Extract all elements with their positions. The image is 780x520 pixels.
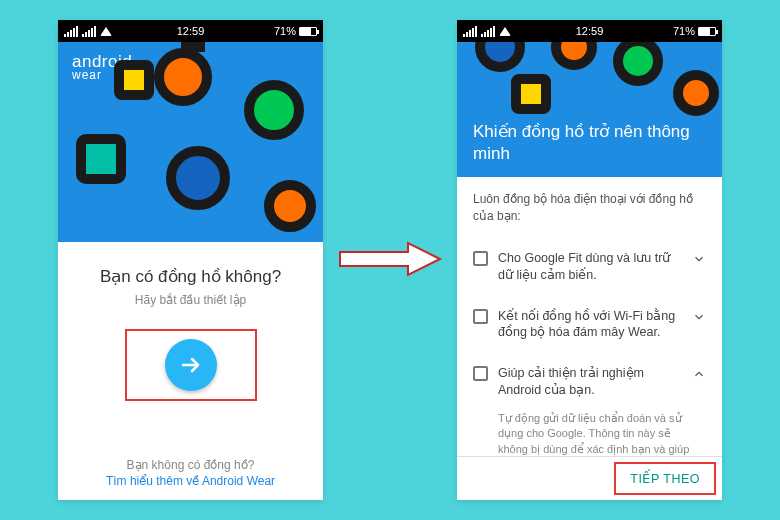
footer-links: Bạn không có đồng hồ? Tìm hiểu thêm về A… [58, 458, 323, 488]
signal-icon [82, 26, 96, 37]
clock: 12:59 [576, 25, 604, 37]
chevron-up-icon[interactable] [692, 367, 706, 384]
watch-illustration [76, 134, 126, 184]
checkbox[interactable] [473, 309, 488, 324]
chevron-down-icon[interactable] [692, 252, 706, 269]
watch-illustration [551, 42, 597, 70]
no-watch-text: Bạn không có đồng hồ? [58, 458, 323, 472]
watch-illustration [114, 60, 154, 100]
flow-arrow-icon [336, 238, 446, 280]
learn-more-link[interactable]: Tìm hiểu thêm về Android Wear [58, 474, 323, 488]
hero-banner: androidwear [58, 42, 323, 242]
welcome-body: Bạn có đồng hồ không? Hãy bắt đầu thiết … [58, 242, 323, 401]
phone-screen-welcome: 12:59 71% androidwear Bạn có đồng hồ khô… [58, 20, 323, 500]
option-label: Kết nối đồng hồ với Wi-Fi bằng đồng bộ h… [498, 308, 682, 342]
status-bar: 12:59 71% [457, 20, 722, 42]
arrow-right-icon [179, 353, 203, 377]
highlight-box [125, 329, 257, 401]
options-body: Luôn đồng bộ hóa điện thoại với đồng hồ … [457, 177, 722, 457]
signal-icon [64, 26, 78, 37]
option-label: Giúp cải thiện trải nghiệm Android của b… [498, 365, 682, 399]
option-row-fit[interactable]: Cho Google Fit dùng và lưu trữ dữ liệu c… [473, 238, 706, 296]
watch-illustration [166, 146, 230, 210]
hero-banner: Khiến đồng hồ trở nên thông minh [457, 42, 722, 177]
watch-illustration [673, 70, 719, 116]
watch-illustration [154, 48, 212, 106]
intro-text: Luôn đồng bộ hóa điện thoại với đồng hồ … [473, 191, 706, 226]
battery-indicator: 71% [274, 25, 317, 37]
headline: Bạn có đồng hồ không? [76, 266, 305, 287]
option-row-diagnostics[interactable]: Giúp cải thiện trải nghiệm Android của b… [473, 353, 706, 411]
battery-percent: 71% [673, 25, 695, 37]
wifi-icon [499, 27, 511, 36]
chevron-down-icon[interactable] [692, 310, 706, 327]
watch-illustration [475, 42, 525, 72]
battery-percent: 71% [274, 25, 296, 37]
watch-illustration [613, 42, 663, 86]
signal-icon [481, 26, 495, 37]
battery-icon [698, 27, 716, 36]
status-bar: 12:59 71% [58, 20, 323, 42]
watch-illustration [264, 180, 316, 232]
option-description: Tự động gửi dữ liệu chẩn đoán và sử dụng… [473, 411, 706, 457]
option-label: Cho Google Fit dùng và lưu trữ dữ liệu c… [498, 250, 682, 284]
phone-screen-options: 12:59 71% Khiến đồng hồ trở nên thông mi… [457, 20, 722, 500]
option-row-wifi[interactable]: Kết nối đồng hồ với Wi-Fi bằng đồng bộ h… [473, 296, 706, 354]
signal-icon [463, 26, 477, 37]
checkbox[interactable] [473, 366, 488, 381]
checkbox[interactable] [473, 251, 488, 266]
battery-icon [299, 27, 317, 36]
start-button[interactable] [165, 339, 217, 391]
footer-bar: TIẾP THEO [457, 456, 722, 500]
watch-illustration [511, 74, 551, 114]
clock: 12:59 [177, 25, 205, 37]
wifi-icon [100, 27, 112, 36]
subtitle: Hãy bắt đầu thiết lập [76, 293, 305, 307]
battery-indicator: 71% [673, 25, 716, 37]
page-title: Khiến đồng hồ trở nên thông minh [473, 121, 706, 165]
watch-illustration [244, 80, 304, 140]
next-button[interactable]: TIẾP THEO [614, 462, 716, 495]
